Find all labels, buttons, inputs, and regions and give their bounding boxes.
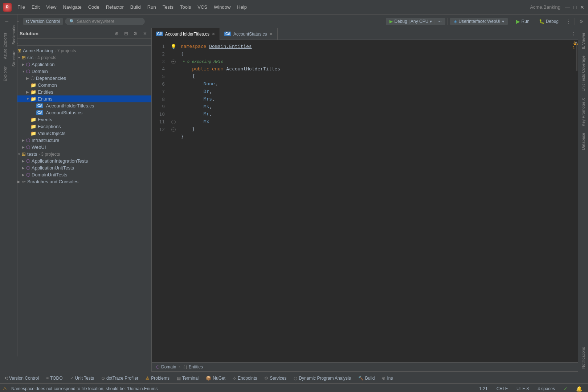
todo-button[interactable]: ≡ TODO xyxy=(42,373,66,382)
more-run-options[interactable]: ⋮ xyxy=(564,17,572,25)
breadcrumb-entities[interactable]: { } Entities xyxy=(183,364,203,369)
tree-item-app-unit-tests[interactable]: ▶ ⬡ ApplicationUnitTests xyxy=(10,164,151,171)
tree-item-account-status[interactable]: C# AccountStatus.cs xyxy=(10,109,151,116)
tab-account-status[interactable]: C# AccountStatus.cs ✕ xyxy=(220,28,278,40)
menu-edit[interactable]: Edit xyxy=(29,3,42,11)
breadcrumb-domain[interactable]: ⬡ Domain xyxy=(156,364,176,369)
menu-view[interactable]: View xyxy=(43,3,59,11)
tree-item-enums[interactable]: ▾ 📁 Enums xyxy=(10,95,151,102)
scrollbar-thumb[interactable] xyxy=(576,42,577,71)
maximize-button[interactable]: □ xyxy=(572,4,578,10)
notification-bell[interactable]: 🔔 xyxy=(573,385,585,392)
expand-dependencies-icon: ▶ xyxy=(25,76,30,80)
tree-item-entities[interactable]: ▶ 📁 Entities xyxy=(10,89,151,95)
run-button[interactable]: ▶ Run xyxy=(513,17,533,25)
search-placeholder: Search everywhere xyxy=(77,19,114,24)
structure-tab[interactable]: Structure xyxy=(10,48,17,70)
close-tree-button[interactable]: ✕ xyxy=(141,30,148,37)
nuget-button[interactable]: 📦 NuGet xyxy=(202,373,229,382)
tree-item-account-holder-titles[interactable]: C# AccountHolderTitles.cs xyxy=(10,102,151,109)
collapse-all-button[interactable]: ⊟ xyxy=(122,30,130,37)
bookmarks-tab[interactable]: Bookmarks xyxy=(10,22,17,48)
gutter-line-9 xyxy=(169,103,178,111)
tree-settings-button[interactable]: ⚙ xyxy=(132,30,139,37)
tree-item-tests[interactable]: ▾ ⊞ tests · 3 projects xyxy=(10,151,151,158)
ins-button[interactable]: ⊕ Ins xyxy=(378,373,396,382)
close-tab-1[interactable]: ✕ xyxy=(212,32,215,37)
tree-item-root[interactable]: ▾ ⊞ Acme.Banking · 7 projects xyxy=(10,47,151,54)
status-line-ending[interactable]: CRLF xyxy=(494,385,511,392)
tab-account-holder-titles[interactable]: C# AccountHolderTitles.cs ✕ xyxy=(152,28,220,40)
minimize-button[interactable]: — xyxy=(565,4,571,10)
tree-item-dependencies[interactable]: ▶ ⬡ Dependencies xyxy=(10,75,151,82)
tree-item-common[interactable]: ▶ 📁 Common xyxy=(10,82,151,89)
dottrace-button[interactable]: ⊙ dotTrace Profiler xyxy=(98,373,142,382)
tree-item-src[interactable]: ▾ ⊞ src · 4 projects xyxy=(10,54,151,61)
menu-tools[interactable]: Tools xyxy=(177,3,194,11)
services-button[interactable]: ⚙ Services xyxy=(261,373,290,382)
line-num-1: 1 xyxy=(152,43,169,50)
gutter-fold-12[interactable]: − xyxy=(169,126,178,134)
back-button[interactable]: ← xyxy=(3,17,11,25)
unit-tests-button[interactable]: ✓ Unit Tests xyxy=(66,373,98,382)
notifications-tab[interactable]: Notifications xyxy=(580,344,587,372)
build-button[interactable]: 🔨 Build xyxy=(355,373,379,382)
code-editor[interactable]: namespace Domain.Entities { ⚬ 6 exposing… xyxy=(178,40,573,362)
menu-tests[interactable]: Tests xyxy=(160,3,176,11)
scrollbar-track[interactable]: ⚠ 1 ▲ xyxy=(573,40,578,362)
bulb-icon[interactable]: 💡 xyxy=(171,44,176,49)
vc-bottom-button[interactable]: ⑆ Version Control xyxy=(1,373,42,382)
close-button[interactable]: ✕ xyxy=(579,4,585,10)
status-encoding[interactable]: UTF-8 xyxy=(514,385,532,392)
il-viewer-tab[interactable]: IL Viewer xyxy=(580,30,587,52)
problems-button[interactable]: ⚠ Problems xyxy=(142,373,173,382)
menu-window[interactable]: Window xyxy=(211,3,233,11)
key-promoter-tab[interactable]: Key Promoter X xyxy=(580,95,587,129)
tree-item-scratches[interactable]: ▶ ✏ Scratches and Consoles xyxy=(10,178,151,185)
version-control-button[interactable]: ⑆ Version Control xyxy=(23,18,63,25)
tree-item-webui[interactable]: ▶ ⬡ WebUI xyxy=(10,144,151,151)
settings-button[interactable]: ⚙ xyxy=(577,17,585,25)
gutter-fold-11[interactable]: − xyxy=(169,118,178,126)
tree-item-infrastructure[interactable]: ▶ ⬡ Infrastructure xyxy=(10,137,151,144)
azure-explorer-tab[interactable]: Azure Explorer xyxy=(1,30,9,62)
menu-refactor[interactable]: Refactor xyxy=(103,3,127,11)
tree-item-exceptions[interactable]: ▶ 📁 Exceptions xyxy=(10,123,151,130)
status-indent[interactable]: 4 spaces xyxy=(535,385,558,392)
endpoints-button[interactable]: ⊹ Endpoints xyxy=(229,373,261,382)
menu-run[interactable]: Run xyxy=(144,3,159,11)
dynamic-analysis-button[interactable]: ◎ Dynamic Program Analysis xyxy=(290,373,354,382)
add-content-button[interactable]: ⊕ xyxy=(113,30,120,37)
ui-config-dropdown[interactable]: ◈ UserInterface: WebUI ▾ xyxy=(450,18,507,25)
explorer-tab[interactable]: Explorer xyxy=(1,64,9,84)
menu-build[interactable]: Build xyxy=(127,3,144,11)
scroll-up-arrow[interactable]: ▲ xyxy=(574,40,578,44)
menu-navigate[interactable]: Navigate xyxy=(60,3,84,11)
tree-item-valueobjects[interactable]: ▶ 📁 ValueObjects xyxy=(10,130,151,137)
tree-item-application[interactable]: ▶ ⬡ Application xyxy=(10,61,151,68)
run-config-dropdown[interactable]: ▶ Debug | Any CPU ▾ | ⋯ xyxy=(386,18,445,25)
tabs-overflow-button[interactable]: ⋮ xyxy=(569,28,578,40)
unit-tests-coverage-tab[interactable]: Unit Tests Coverage xyxy=(580,53,587,94)
tree-item-domain-unit-tests[interactable]: ▶ ⬡ DomainUnitTests xyxy=(10,171,151,178)
close-tab-2[interactable]: ✕ xyxy=(269,32,273,37)
menu-help[interactable]: Help xyxy=(234,3,250,11)
line-num-2: 2 xyxy=(152,50,169,58)
database-tab[interactable]: Database xyxy=(580,130,587,153)
debug-button[interactable]: 🐛 Debug xyxy=(535,18,562,25)
git-status[interactable]: ✓ xyxy=(561,385,570,392)
search-everywhere-input[interactable]: 🔍 Search everywhere xyxy=(65,18,145,25)
tree-item-app-integration-tests[interactable]: ▶ ⬡ ApplicationIntegrationTests xyxy=(10,158,151,164)
status-position[interactable]: 1:21 xyxy=(476,385,490,392)
tree-item-domain[interactable]: ▾ ⬡ Domain xyxy=(10,68,151,75)
terminal-button[interactable]: ▤ Terminal xyxy=(173,373,202,382)
cs-tab-icon-2: C# xyxy=(224,32,231,36)
expand-application-icon: ▶ xyxy=(20,62,26,66)
menu-file[interactable]: File xyxy=(15,3,28,11)
expand-domain-icon: ▾ xyxy=(20,69,26,73)
gutter-fold-3[interactable]: − xyxy=(169,58,178,66)
scratches-icon: ✏ xyxy=(22,179,26,184)
menu-code[interactable]: Code xyxy=(85,3,102,11)
tree-item-events[interactable]: ▶ 📁 Events xyxy=(10,116,151,123)
menu-vcs[interactable]: VCS xyxy=(195,3,210,11)
